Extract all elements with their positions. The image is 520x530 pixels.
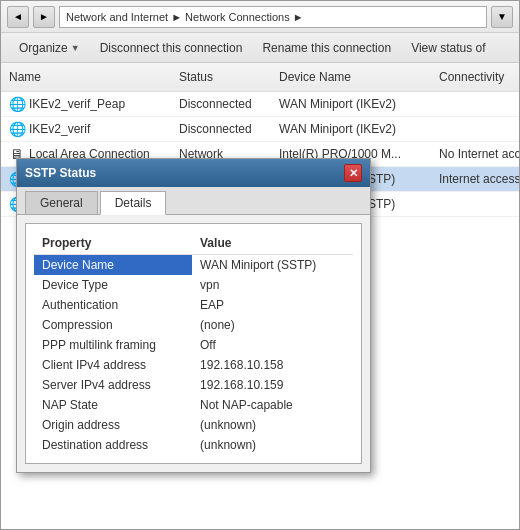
detail-value: Not NAP-capable (192, 395, 353, 415)
detail-row: Compression (none) (34, 315, 353, 335)
main-area: Name Status Device Name Connectivity 🌐 I… (1, 63, 519, 529)
detail-value: (unknown) (192, 415, 353, 435)
col-value: Value (192, 232, 353, 255)
detail-property: Client IPv4 address (34, 355, 192, 375)
detail-property: PPP multilink framing (34, 335, 192, 355)
detail-value: WAN Miniport (SSTP) (192, 255, 353, 276)
rename-button[interactable]: Rename this connection (252, 36, 401, 60)
detail-row: Client IPv4 address 192.168.10.158 (34, 355, 353, 375)
detail-value: (unknown) (192, 435, 353, 455)
detail-row: Destination address (unknown) (34, 435, 353, 455)
detail-value: 192.168.10.159 (192, 375, 353, 395)
viewstatus-button[interactable]: View status of (401, 36, 495, 60)
col-property: Property (34, 232, 192, 255)
back-button[interactable]: ◄ (7, 6, 29, 28)
dialog-content: Property Value Device Name WAN Miniport … (25, 223, 362, 464)
detail-row: Server IPv4 address 192.168.10.159 (34, 375, 353, 395)
detail-property: Device Name (34, 255, 192, 276)
detail-row: Origin address (unknown) (34, 415, 353, 435)
detail-property: Server IPv4 address (34, 375, 192, 395)
detail-property: Compression (34, 315, 192, 335)
address-bar: ◄ ► Network and Internet ► Network Conne… (1, 1, 519, 33)
detail-property: Destination address (34, 435, 192, 455)
dialog-titlebar: SSTP Status ✕ (17, 159, 370, 187)
detail-value: EAP (192, 295, 353, 315)
address-dropdown[interactable]: ▼ (491, 6, 513, 28)
detail-value: (none) (192, 315, 353, 335)
detail-row: PPP multilink framing Off (34, 335, 353, 355)
toolbar: Organize ▼ Disconnect this connection Re… (1, 33, 519, 63)
address-input[interactable]: Network and Internet ► Network Connectio… (59, 6, 487, 28)
detail-property: Device Type (34, 275, 192, 295)
detail-value: 192.168.10.158 (192, 355, 353, 375)
organize-arrow: ▼ (71, 43, 80, 53)
disconnect-button[interactable]: Disconnect this connection (90, 36, 253, 60)
detail-property: Origin address (34, 415, 192, 435)
detail-row: NAP State Not NAP-capable (34, 395, 353, 415)
detail-property: NAP State (34, 395, 192, 415)
organize-button[interactable]: Organize ▼ (9, 36, 90, 60)
detail-row: Authentication EAP (34, 295, 353, 315)
detail-property: Authentication (34, 295, 192, 315)
dialog-close-button[interactable]: ✕ (344, 164, 362, 182)
detail-value: vpn (192, 275, 353, 295)
address-path: Network and Internet ► Network Connectio… (66, 11, 304, 23)
detail-value: Off (192, 335, 353, 355)
detail-row: Device Name WAN Miniport (SSTP) (34, 255, 353, 276)
dialog-tabs: General Details (17, 187, 370, 215)
detail-row: Device Type vpn (34, 275, 353, 295)
network-connections-window: ◄ ► Network and Internet ► Network Conne… (0, 0, 520, 530)
tab-general[interactable]: General (25, 191, 98, 214)
dialog-overlay: SSTP Status ✕ General Details Property V… (1, 63, 519, 529)
status-dialog: SSTP Status ✕ General Details Property V… (16, 158, 371, 473)
dialog-title: SSTP Status (25, 166, 96, 180)
detail-table: Property Value Device Name WAN Miniport … (34, 232, 353, 455)
tab-details[interactable]: Details (100, 191, 167, 215)
forward-button[interactable]: ► (33, 6, 55, 28)
